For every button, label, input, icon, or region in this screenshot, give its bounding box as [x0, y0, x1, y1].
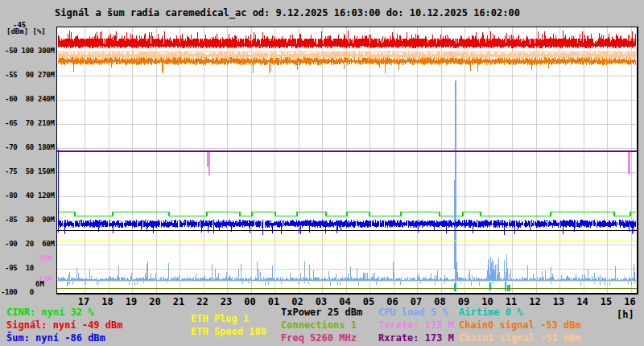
x-axis-label-22: 22	[192, 296, 214, 307]
legend-eth_plug: ETH Plug 1	[191, 313, 249, 324]
legend-txpower: TxPower 25 dBm	[281, 307, 362, 318]
legend-chain0: Chain0 signal -53 dBm	[459, 319, 581, 331]
legend-airtime: Airtime 0 %	[459, 307, 522, 318]
radio-signal-graph-page: Signál a šum radia caremedical_ac od: 9.…	[0, 0, 644, 346]
y-axis-label-row0: -50 100 300M	[1, 47, 55, 55]
x-axis-label-00: 00	[239, 296, 262, 307]
y-axis-units-label: [dBm] [%]	[6, 27, 46, 35]
y-axis-label-row7: -85 30 90M	[1, 216, 55, 224]
y-axis-label-row1: -55 90 270M	[1, 71, 55, 79]
legend-chain1: Chain1 signal -51 dBm	[459, 332, 581, 344]
plot-area	[56, 27, 638, 295]
x-axis-label-06: 06	[382, 296, 404, 307]
x-axis-label-21: 21	[167, 296, 190, 307]
x-axis-label-11: 11	[500, 296, 522, 307]
series-eth-speed	[57, 241, 637, 242]
y-axis-label-row8: -90 20 60M	[1, 240, 55, 248]
x-axis-label-03: 03	[310, 296, 332, 307]
y-axis-label-row10: -100 0	[1, 288, 34, 296]
series-connections	[57, 288, 637, 290]
series-txpower	[57, 230, 637, 231]
y-axis-label-row6: -80 40 120M	[1, 192, 55, 200]
legend-eth_speed: ETH Speed 100	[191, 326, 266, 337]
x-axis-label-08: 08	[429, 296, 452, 307]
x-axis-label-04: 04	[334, 296, 357, 307]
x-axis-label-12: 12	[524, 296, 547, 307]
x-axis-label-23: 23	[215, 296, 237, 307]
chart-canvas	[57, 27, 637, 293]
x-axis-label-19: 19	[120, 296, 142, 307]
legend-txrate: Txrate: 173 M	[378, 319, 454, 331]
series-signal	[59, 31, 636, 48]
legend-cpu: CPU load 5 %	[378, 307, 448, 318]
y-axis-label-row9: -95 10	[1, 264, 34, 272]
x-axis-label-09: 09	[452, 296, 475, 307]
legend-connections: Connections 1	[281, 319, 357, 331]
legend-rxrate: Rxrate: 173 M	[378, 332, 454, 344]
series-chain0	[59, 57, 636, 74]
x-axis-label-16: 16	[619, 296, 642, 307]
x-axis-label-17: 17	[72, 296, 95, 307]
legend-cinr: CINR: nyní 32 %	[6, 307, 93, 318]
series-sum	[58, 150, 636, 235]
grid-vertical	[85, 27, 632, 293]
x-axis-label-10: 10	[477, 296, 499, 307]
series-airtime-bar1	[489, 282, 491, 290]
legend-signal: Signál: nyní -49 dBm	[6, 319, 123, 331]
y-axis-label-row2: -60 80 240M	[1, 95, 55, 103]
series-airtime-bar0	[454, 283, 456, 291]
y-axis-label-row5: -75 50 150M	[1, 167, 55, 175]
x-axis-label-18: 18	[97, 296, 119, 307]
series-txrate-dip-2210	[208, 151, 209, 175]
x-axis-label-07: 07	[405, 296, 427, 307]
x-axis-label-15: 15	[595, 296, 617, 307]
x-axis-label-13: 13	[547, 296, 570, 307]
x-axis-label-01: 01	[262, 296, 285, 307]
series-cinr	[58, 212, 636, 216]
legend-sum: Šum: nyní -86 dBm	[6, 332, 105, 344]
series-eth-plug	[57, 281, 637, 282]
y-axis-label-row3: -65 70 210M	[1, 119, 55, 127]
x-axis-label-20: 20	[144, 296, 167, 307]
y-axis-extra-39M: 39M	[39, 254, 52, 262]
y-axis-label-row4: -70 60 180M	[1, 143, 55, 151]
y-axis-extra-6M: 6M	[35, 280, 44, 288]
series-airtime-bar2	[505, 281, 506, 291]
x-axis-label-05: 05	[357, 296, 380, 307]
grid-horizontal	[57, 52, 637, 270]
series-rxrate	[57, 150, 637, 152]
x-axis-label-14: 14	[572, 296, 594, 307]
legend-freq: Freq 5260 MHz	[281, 332, 357, 344]
x-axis-unit-label: [h]	[617, 309, 634, 320]
chart-title: Signál a šum radia caremedical_ac od: 9.…	[55, 7, 520, 19]
x-axis-label-02: 02	[287, 296, 309, 307]
